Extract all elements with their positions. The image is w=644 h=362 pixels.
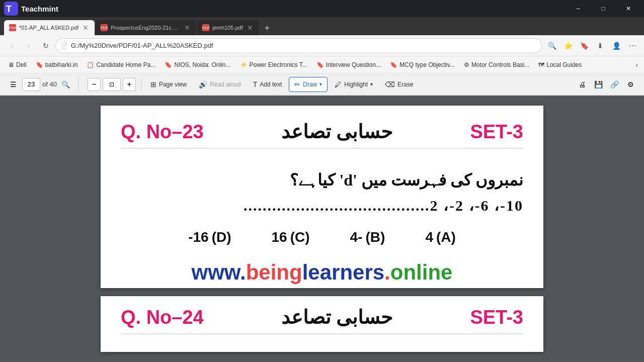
question-23-answers: (A) 4 (B) -4 (C) 16 (D) 16- [121, 229, 523, 245]
bookmark-interview-label: Interview Question... [326, 61, 381, 68]
draw-icon: ✏ [294, 80, 300, 88]
pdf-add-text-button[interactable]: T Add text [248, 77, 287, 92]
answer-b: (B) -4 [350, 229, 385, 245]
pdf-settings-button[interactable]: ⚙ [623, 77, 638, 92]
minimize-button[interactable]: – [567, 0, 590, 17]
pdf-save-button[interactable]: 💾 [591, 77, 606, 92]
bookmark-power-icon: ⚡ [240, 61, 248, 68]
bookmark-local-guides[interactable]: 🗺 Local Guides [534, 59, 586, 71]
bookmark-interview[interactable]: 🔖 Interview Question... [312, 59, 385, 71]
pdf-right-tools: 🖨 💾 🔗 ⚙ [575, 77, 638, 92]
pdf-fit-page-button[interactable]: ⊡ [103, 78, 121, 91]
pdf-toolbar: ☰ of 40 🔍 − ⊡ + ⊞ Page view 🔊 Read aloud… [0, 73, 644, 96]
answer-d-option: (D) [212, 229, 231, 245]
draw-dropdown-icon: ▾ [319, 81, 322, 87]
read-aloud-label: Read aloud [210, 81, 240, 88]
website-banner: www.beinglearners.online [121, 260, 523, 285]
question-24-set: SET-3 [470, 307, 523, 328]
draw-label: Draw [303, 81, 317, 88]
website-www: www. [192, 260, 246, 284]
tab-pdf3[interactable]: PDF jemh105.pdf ✕ [197, 20, 259, 35]
pdf-draw-button[interactable]: ✏ Draw ▾ [289, 77, 328, 92]
pdf-read-aloud-button[interactable]: 🔊 Read aloud [194, 77, 246, 92]
maximize-button[interactable]: □ [592, 0, 615, 17]
bookmark-batbiharki-label: batbiharki.in [45, 61, 78, 68]
pdf-page-23: Q. No–23 حسابی تصاعد SET-3 نمبروں کی فہر… [101, 106, 543, 288]
browser-extension-button[interactable]: ⭐ [560, 38, 576, 53]
pdf-share-button[interactable]: 🔗 [607, 77, 622, 92]
downloads-button[interactable]: ⬇ [593, 38, 608, 53]
bookmark-mcq-label: MCQ type Objectiv... [399, 61, 455, 68]
question-23-number: Q. No–23 [121, 121, 204, 143]
bookmark-power-label: Power Electronics T... [250, 61, 307, 68]
erase-icon: ⌫ [385, 80, 395, 88]
close-button[interactable]: ✕ [617, 0, 640, 17]
zoom-browser-button[interactable]: 🔍 [544, 38, 559, 53]
tab-pdf1[interactable]: PDF *01-AP_ALL ASKED.pdf ✕ [4, 20, 95, 35]
answer-d: (D) 16- [188, 229, 231, 245]
pdf-menu-button[interactable]: ☰ [6, 77, 20, 92]
address-bar-wrapper: 📄 [55, 38, 542, 53]
tab-favicon-pdf1: PDF [9, 24, 16, 31]
question-23-set: SET-3 [470, 121, 523, 143]
bookmark-local-guides-label: Local Guides [546, 61, 582, 68]
pdf-zoom-controls: − ⊡ + [83, 78, 141, 91]
website-url: www.beinglearners.online [192, 260, 453, 285]
pdf-erase-button[interactable]: ⌫ Erase [380, 77, 418, 92]
tab-close-pdf2[interactable]: ✕ [183, 24, 191, 32]
bookmark-interview-icon: 🔖 [316, 61, 324, 68]
pdf-page-input[interactable] [22, 78, 40, 91]
app-name: Teachmint [21, 5, 58, 13]
bookmark-local-guides-icon: 🗺 [538, 61, 544, 68]
highlight-dropdown-icon: ▾ [370, 81, 373, 87]
answer-c: (C) 16 [272, 229, 310, 245]
tab-close-pdf1[interactable]: ✕ [82, 24, 90, 32]
new-tab-button[interactable]: + [260, 21, 274, 35]
highlight-label: Highlight [344, 81, 368, 88]
add-text-label: Add text [260, 81, 282, 88]
tab-label-pdf3: jemh105.pdf [212, 25, 243, 31]
bookmark-mcq[interactable]: 🔖 MCQ type Objectiv... [386, 59, 459, 71]
bookmark-batbiharki[interactable]: 🔖 batbiharki.in [32, 59, 82, 71]
more-options-button[interactable]: ⋯ [625, 38, 640, 53]
pdf-zoom-out-button[interactable]: − [88, 78, 101, 91]
profile-button[interactable]: 👤 [609, 38, 624, 53]
erase-label: Erase [397, 81, 413, 88]
website-being: being [246, 260, 302, 284]
website-learners: learners [302, 260, 384, 284]
tab-bar: PDF *01-AP_ALL ASKED.pdf ✕ PDF Prospectu… [0, 17, 644, 35]
answer-b-value: -4 [350, 229, 363, 245]
tab-pdf2[interactable]: PDF ProspectusEng2020-21c.pdf ✕ [96, 20, 196, 35]
forward-button[interactable]: › [21, 38, 36, 53]
question-23-text: نمبروں کی فہرست میں 'd' کیاہے؟ [121, 169, 523, 192]
tab-close-pdf3[interactable]: ✕ [246, 24, 254, 32]
bookmark-candidate-home-icon: 📋 [87, 61, 94, 68]
bookmark-power[interactable]: ⚡ Power Electronics T... [236, 59, 311, 71]
question-23-title-urdu: حسابی تصاعد [281, 121, 392, 143]
nav-actions: 🔍 ⭐ 🔖 ⬇ 👤 ⋯ [544, 38, 640, 53]
pdf-print-button[interactable]: 🖨 [575, 77, 590, 92]
bookmark-motor[interactable]: ⚙ Motor Controls Basi... [460, 59, 533, 71]
answer-c-option: (C) [290, 229, 310, 245]
bookmarks-more-button[interactable]: › [633, 61, 640, 69]
bookmark-dell[interactable]: 🖥 Dell [4, 59, 31, 71]
pdf-search-button[interactable]: 🔍 [59, 77, 73, 92]
navigation-bar: ‹ › ↻ 📄 🔍 ⭐ 🔖 ⬇ 👤 ⋯ [0, 35, 644, 56]
answer-a: (A) 4 [425, 229, 455, 245]
tab-favicon-pdf2: PDF [101, 24, 108, 31]
address-input[interactable] [55, 38, 542, 53]
back-button[interactable]: ‹ [4, 38, 19, 53]
bookmark-nios[interactable]: 🔖 NIOS, Noida: Onlin... [160, 59, 234, 71]
bookmark-batbiharki-icon: 🔖 [36, 61, 43, 68]
pdf-page-nav: ☰ of 40 🔍 [6, 77, 78, 92]
pdf-tools: ⊞ Page view 🔊 Read aloud T Add text ✏ Dr… [145, 77, 571, 92]
refresh-button[interactable]: ↻ [38, 38, 53, 53]
page-view-label: Page view [159, 81, 187, 88]
pdf-page-view-button[interactable]: ⊞ Page view [145, 77, 192, 92]
pdf-zoom-in-button[interactable]: + [123, 78, 136, 91]
bookmark-candidate-home[interactable]: 📋 Candidate Home Pa... [83, 59, 159, 71]
collections-button[interactable]: 🔖 [577, 38, 592, 53]
bookmarks-bar: 🖥 Dell 🔖 batbiharki.in 📋 Candidate Home … [0, 56, 644, 73]
pdf-highlight-button[interactable]: 🖊 Highlight ▾ [330, 77, 378, 92]
answer-line-text: 10-، 6-، 2-، 2..........................… [244, 197, 523, 214]
